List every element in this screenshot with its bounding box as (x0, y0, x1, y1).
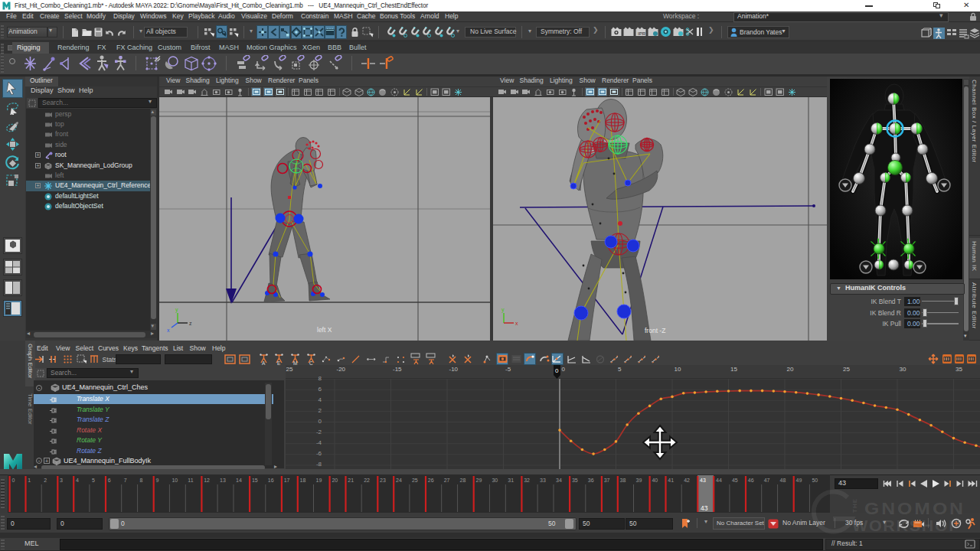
svg-text:37: 37 (604, 478, 610, 483)
svg-text:IPR: IPR (638, 31, 646, 36)
svg-text:20: 20 (332, 478, 338, 483)
svg-text:48: 48 (780, 478, 786, 483)
svg-text:5: 5 (92, 478, 95, 483)
svg-text:32: 32 (524, 478, 530, 483)
svg-text:front -Z: front -Z (645, 327, 665, 334)
svg-text:33: 33 (540, 478, 546, 483)
svg-text:25: 25 (412, 478, 418, 483)
svg-text:40: 40 (652, 478, 658, 483)
svg-text:34: 34 (556, 478, 562, 483)
svg-text:41: 41 (668, 478, 674, 483)
svg-text:18: 18 (300, 478, 306, 483)
svg-text:6: 6 (108, 478, 111, 483)
svg-text:50: 50 (812, 478, 818, 483)
svg-text:x: x (515, 321, 518, 326)
svg-text:45: 45 (732, 478, 738, 483)
svg-text:47: 47 (764, 478, 770, 483)
svg-text:y: y (175, 307, 178, 313)
svg-text:14: 14 (236, 478, 242, 483)
svg-text:22: 22 (364, 478, 370, 483)
svg-text:35: 35 (572, 478, 578, 483)
svg-text:A: A (262, 360, 266, 366)
svg-text:36: 36 (588, 478, 594, 483)
svg-text:26: 26 (428, 478, 434, 483)
svg-text:29: 29 (476, 478, 482, 483)
svg-text:27: 27 (444, 478, 450, 483)
svg-text:left X: left X (317, 326, 332, 334)
svg-text:38: 38 (620, 478, 626, 483)
svg-text:y: y (501, 307, 505, 313)
svg-text:11: 11 (188, 478, 193, 483)
svg-text:16: 16 (268, 478, 274, 483)
svg-text:49: 49 (796, 478, 802, 483)
svg-text:46: 46 (748, 478, 754, 483)
svg-text:7: 7 (124, 478, 127, 483)
svg-text:2: 2 (44, 478, 47, 483)
svg-text:x: x (167, 328, 170, 333)
svg-text:24: 24 (396, 478, 402, 483)
svg-text:30: 30 (492, 478, 498, 483)
svg-text:3: 3 (60, 478, 63, 483)
svg-text:31: 31 (508, 478, 514, 483)
svg-text:42: 42 (684, 478, 690, 483)
svg-text:17: 17 (284, 478, 290, 483)
svg-text:23: 23 (380, 478, 386, 483)
svg-text:44: 44 (716, 478, 722, 483)
svg-text:E: E (277, 360, 281, 366)
svg-text:9: 9 (156, 478, 159, 483)
svg-text:39: 39 (636, 478, 642, 483)
svg-text:28: 28 (460, 478, 466, 483)
svg-text:0: 0 (11, 478, 15, 483)
svg-text:10: 10 (172, 478, 178, 483)
svg-text:z: z (189, 321, 192, 326)
svg-text:43: 43 (700, 478, 706, 483)
svg-text:8: 8 (140, 478, 143, 483)
svg-text:15: 15 (252, 478, 258, 483)
svg-text:13: 13 (220, 478, 226, 483)
svg-text:4: 4 (76, 478, 79, 483)
svg-text:21: 21 (348, 478, 354, 483)
svg-text:1: 1 (28, 478, 31, 483)
svg-text:12: 12 (204, 478, 210, 483)
svg-text:19: 19 (316, 478, 322, 483)
svg-text:0: 0 (555, 367, 559, 374)
svg-text:43: 43 (701, 504, 708, 512)
